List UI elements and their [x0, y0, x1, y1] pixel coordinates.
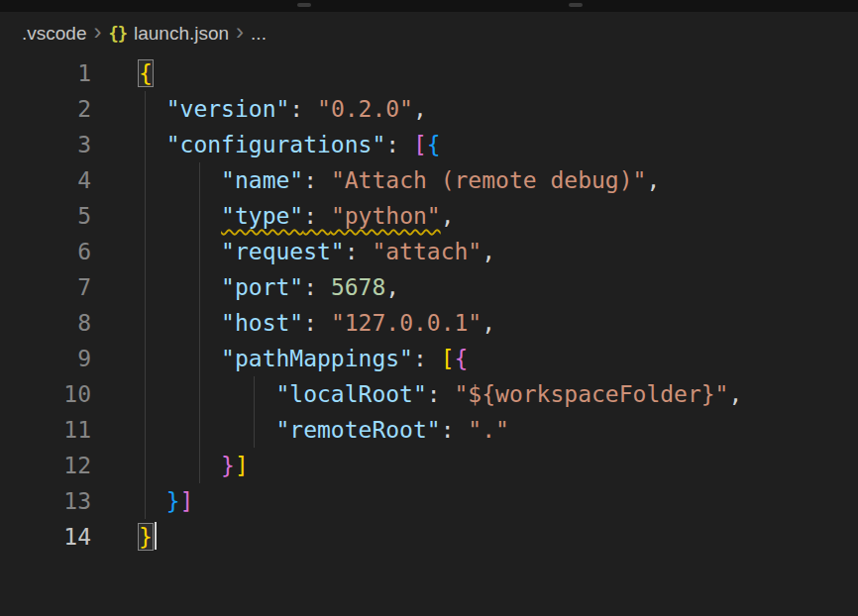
code-line[interactable]: 4 "name": "Attach (remote debug)", — [0, 162, 858, 198]
line-number: 10 — [0, 376, 91, 412]
line-number: 14 — [0, 519, 91, 555]
line-number: 6 — [0, 234, 91, 269]
line-number: 1 — [0, 55, 91, 91]
tab-separator — [569, 3, 583, 7]
breadcrumb-symbol-overflow[interactable]: ... — [251, 23, 267, 45]
breadcrumb: .vscode › {} launch.json › ... — [0, 12, 858, 55]
vscode-window: .vscode › {} launch.json › ... 1{2 "vers… — [0, 0, 858, 616]
code-text: }] — [91, 483, 193, 519]
line-number: 7 — [0, 269, 91, 305]
code-line[interactable]: 10 "localRoot": "${workspaceFolder}", — [0, 376, 858, 412]
code-line[interactable]: 6 "request": "attach", — [0, 234, 858, 269]
code-text: "configurations": [{ — [91, 127, 441, 162]
code-line[interactable]: 7 "port": 5678, — [0, 269, 858, 305]
code-editor[interactable]: 1{2 "version": "0.2.0",3 "configurations… — [0, 55, 858, 616]
indent-guide — [145, 91, 146, 519]
line-number: 8 — [0, 305, 91, 341]
line-number: 3 — [0, 127, 91, 162]
line-number: 9 — [0, 341, 91, 376]
tab-separator — [297, 3, 311, 7]
code-text: "name": "Attach (remote debug)", — [91, 162, 660, 198]
code-line[interactable]: 14} — [0, 519, 858, 555]
line-number: 12 — [0, 448, 91, 483]
json-file-icon: {} — [108, 24, 126, 44]
code-line[interactable]: 11 "remoteRoot": "." — [0, 412, 858, 448]
code-text: { — [91, 55, 153, 91]
code-text: "pathMappings": [{ — [91, 341, 468, 376]
text-cursor — [155, 522, 157, 550]
code-line[interactable]: 3 "configurations": [{ — [0, 127, 858, 162]
line-number: 2 — [0, 91, 91, 127]
code-line[interactable]: 8 "host": "127.0.0.1", — [0, 305, 858, 341]
code-text: }] — [91, 448, 249, 483]
code-text: "port": 5678, — [91, 269, 399, 305]
indent-guide — [199, 162, 200, 483]
code-text: "request": "attach", — [91, 234, 495, 269]
code-line[interactable]: 9 "pathMappings": [{ — [0, 341, 858, 376]
line-number: 4 — [0, 162, 91, 198]
code-text: } — [91, 519, 157, 555]
code-line[interactable]: 12 }] — [0, 448, 858, 483]
chevron-right-icon: › — [93, 20, 101, 44]
line-number: 5 — [0, 198, 91, 234]
chevron-right-icon: › — [236, 20, 244, 44]
code-line[interactable]: 1{ — [0, 55, 858, 91]
breadcrumb-file[interactable]: launch.json — [134, 23, 229, 45]
code-line[interactable]: 13 }] — [0, 483, 858, 519]
breadcrumb-folder[interactable]: .vscode — [22, 23, 86, 45]
code-line[interactable]: 2 "version": "0.2.0", — [0, 91, 858, 127]
code-text: "host": "127.0.0.1", — [91, 305, 495, 341]
code-line[interactable]: 5 "type": "python", — [0, 198, 858, 234]
code-lines: 1{2 "version": "0.2.0",3 "configurations… — [0, 55, 858, 555]
indent-guide — [254, 376, 255, 448]
line-number: 13 — [0, 483, 91, 519]
code-text: "version": "0.2.0", — [91, 91, 427, 127]
line-number: 11 — [0, 412, 91, 448]
code-text: "localRoot": "${workspaceFolder}", — [91, 376, 742, 412]
tab-bar-strip — [0, 0, 858, 12]
code-text: "remoteRoot": "." — [91, 412, 509, 448]
